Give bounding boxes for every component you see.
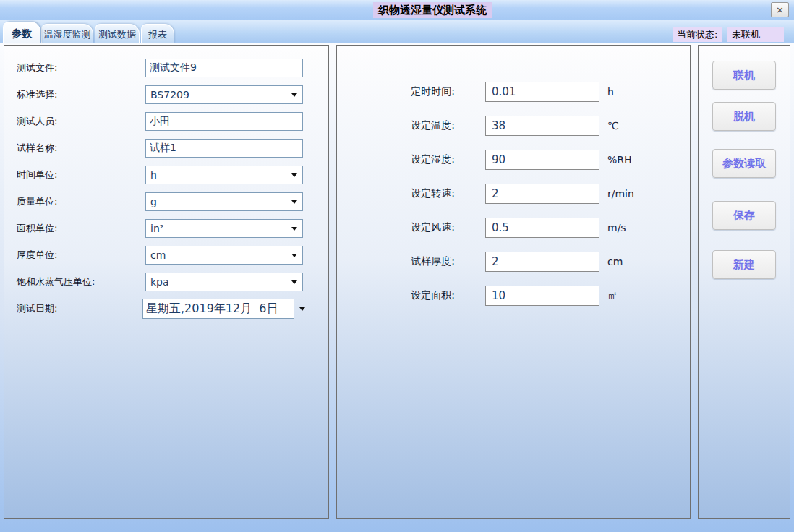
sample-thickness-input[interactable]	[485, 252, 599, 272]
title-bar: 织物透湿量仪测试系统 ×	[0, 0, 794, 20]
tab-page-parameters: 测试文件: 标准选择: BS7209 测试人员: 试样名称: 时间单位: h	[0, 43, 794, 532]
field-label: 饱和水蒸气压单位:	[17, 275, 145, 288]
saturated-vapor-pressure-unit-select[interactable]: kpa	[145, 273, 303, 291]
chevron-down-icon	[291, 254, 297, 257]
set-wind-speed-input[interactable]	[485, 218, 599, 238]
set-temperature-input[interactable]	[485, 116, 599, 136]
mass-unit-select[interactable]: g	[145, 192, 303, 211]
chevron-down-icon[interactable]	[299, 307, 305, 311]
area-unit-select[interactable]: in²	[145, 219, 303, 238]
form-row: 设定面积: ㎡	[337, 286, 690, 306]
field-label: 设定湿度:	[337, 153, 455, 166]
time-unit-select[interactable]: h	[145, 166, 303, 184]
form-row: 饱和水蒸气压单位: kpa	[17, 273, 328, 291]
unit-label: %RH	[607, 154, 632, 166]
sample-name-input[interactable]	[145, 139, 303, 158]
new-button[interactable]: 新建	[712, 250, 776, 279]
form-row: 设定风速: m/s	[337, 218, 690, 238]
tab-test-data[interactable]: 测试数据	[95, 24, 140, 43]
left-settings-panel: 测试文件: 标准选择: BS7209 测试人员: 试样名称: 时间单位: h	[4, 45, 329, 519]
unit-label: r/min	[607, 188, 634, 200]
chevron-down-icon	[291, 227, 297, 231]
disconnect-button[interactable]: 脱机	[712, 102, 776, 131]
tab-strip: 参数 温湿度监测 测试数据 报表 当前状态: 未联机	[0, 20, 794, 43]
field-label: 设定温度:	[337, 119, 455, 132]
form-row: 厚度单位: cm	[17, 246, 328, 265]
field-label: 面积单位:	[17, 222, 145, 235]
chevron-down-icon	[291, 200, 297, 204]
field-label: 设定风速:	[337, 221, 455, 234]
connect-button[interactable]: 联机	[712, 61, 776, 90]
status-value: 未联机	[727, 27, 784, 42]
form-row: 测试人员:	[17, 112, 328, 131]
set-rotation-speed-input[interactable]	[485, 184, 599, 204]
form-row: 设定转速: r/min	[337, 184, 690, 204]
read-parameters-button[interactable]: 参数读取	[712, 149, 776, 178]
combo-value: kpa	[150, 276, 169, 288]
form-row: 质量单位: g	[17, 192, 328, 211]
close-icon[interactable]: ×	[771, 2, 789, 17]
form-row: 试样名称:	[17, 139, 328, 158]
actions-panel: 联机 脱机 参数读取 保存 新建	[698, 45, 790, 519]
chevron-down-icon	[291, 173, 297, 177]
form-row: 面积单位: in²	[17, 219, 328, 238]
field-label: 质量单位:	[17, 195, 145, 208]
unit-label: h	[607, 86, 614, 98]
thickness-unit-select[interactable]: cm	[145, 246, 303, 265]
tester-name-input[interactable]	[145, 112, 303, 131]
combo-value: BS7209	[150, 89, 189, 100]
timer-duration-input[interactable]	[485, 82, 599, 102]
form-row: 设定湿度: %RH	[337, 150, 690, 170]
unit-label: ㎡	[607, 289, 618, 302]
save-button[interactable]: 保存	[712, 201, 776, 230]
field-label: 标准选择:	[17, 88, 145, 101]
combo-value: g	[150, 196, 157, 207]
form-row: 测试文件:	[17, 59, 328, 77]
form-row: 测试日期: 星期五,2019年12月 6日	[17, 299, 328, 318]
tab-report[interactable]: 报表	[141, 24, 174, 43]
combo-value: h	[150, 169, 157, 181]
window-title: 织物透湿量仪测试系统	[373, 2, 492, 18]
field-label: 定时时间:	[337, 85, 455, 98]
chevron-down-icon	[291, 93, 297, 97]
chevron-down-icon	[291, 280, 297, 284]
form-row: 试样厚度: cm	[337, 252, 690, 272]
field-label: 厚度单位:	[17, 249, 145, 262]
field-label: 试样名称:	[17, 142, 145, 155]
field-label: 设定面积:	[337, 289, 455, 302]
field-label: 设定转速:	[337, 187, 455, 200]
test-file-input[interactable]	[145, 59, 303, 77]
set-humidity-input[interactable]	[485, 150, 599, 170]
form-row: 标准选择: BS7209	[17, 85, 328, 104]
date-value: 星期五,2019年12月 6日	[146, 301, 278, 317]
field-label: 测试人员:	[17, 115, 145, 128]
form-row: 时间单位: h	[17, 166, 328, 184]
unit-label: m/s	[607, 222, 626, 233]
standard-select[interactable]: BS7209	[145, 85, 303, 104]
field-label: 试样厚度:	[337, 255, 455, 268]
setpoint-panel: 定时时间: h 设定温度: ℃ 设定湿度: %RH 设定转速: r/min 设定…	[336, 45, 691, 519]
field-label: 测试日期:	[17, 302, 145, 315]
set-area-input[interactable]	[485, 286, 599, 306]
status-label: 当前状态:	[673, 27, 722, 42]
tab-temp-humidity-monitor[interactable]: 温湿度监测	[41, 24, 93, 43]
unit-label: ℃	[607, 120, 619, 132]
combo-value: cm	[150, 249, 166, 261]
tab-parameters[interactable]: 参数	[3, 22, 40, 43]
combo-value: in²	[150, 223, 163, 234]
field-label: 时间单位:	[17, 168, 145, 181]
field-label: 测试文件:	[17, 61, 145, 74]
unit-label: cm	[607, 256, 623, 267]
test-date-picker[interactable]: 星期五,2019年12月 6日	[142, 299, 294, 319]
form-row: 定时时间: h	[337, 82, 690, 102]
form-row: 设定温度: ℃	[337, 116, 690, 136]
